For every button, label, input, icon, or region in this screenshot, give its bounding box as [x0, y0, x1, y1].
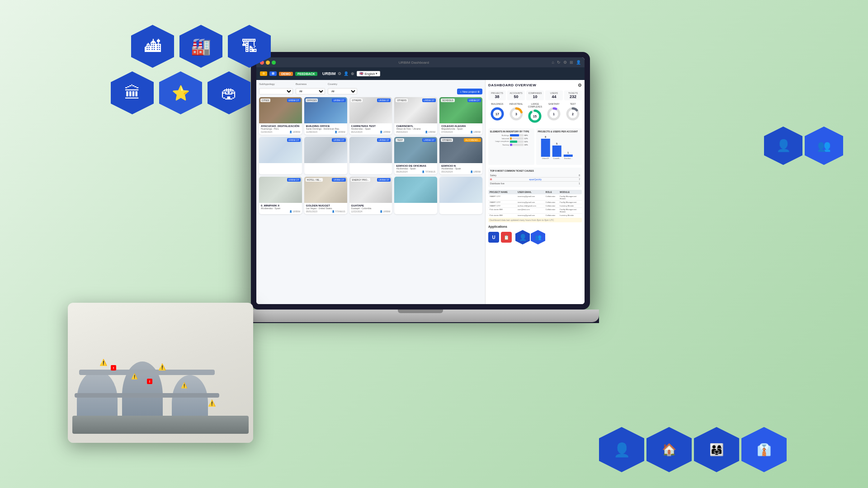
window-title: URBIM Dashboard	[278, 61, 550, 65]
project-card[interactable]: OTHERS URBIM DT CHERNOBYL Oblast de Kiev…	[394, 97, 437, 135]
hex-city-icon: 🏙	[131, 25, 174, 68]
donut-large-svg: 15	[527, 108, 542, 124]
app-hex-2[interactable]: 👥	[531, 230, 545, 244]
nav-badge-demo[interactable]: DEMO	[279, 72, 293, 76]
table-header: PROJECT NAME USER EMAIL ROLE MODULE	[488, 190, 582, 194]
laptop-base	[242, 310, 599, 322]
nav-settings-icon[interactable]: ⚙	[338, 71, 341, 76]
users-table: PROJECT NAME USER EMAIL ROLE MODULE SMAR…	[488, 190, 582, 222]
app-icon-app2[interactable]: 📋	[501, 232, 512, 243]
right-hex-col: 👤 👥	[764, 127, 843, 165]
industrial-model-container: ⚠️ ⚠️ ⚠️ ⚠️ ⚠️ ! !	[68, 303, 253, 443]
project-card[interactable]	[394, 177, 437, 214]
nav-badge-feedback[interactable]: FEEDBACK	[295, 72, 317, 76]
project-card[interactable]: URBIM DT	[304, 137, 347, 174]
project-card[interactable]: URBIM DT	[259, 137, 302, 174]
business-label: Business	[296, 83, 325, 85]
business-filter[interactable]: Business All	[296, 83, 325, 94]
svg-text:1: 1	[567, 151, 569, 154]
svg-text:Castelli...: Castelli...	[553, 157, 560, 160]
app-hex-1[interactable]: 👤	[515, 230, 530, 244]
table-row: Polo starter BIM inventory@gmail.com Col…	[488, 214, 582, 217]
country-label: Country	[328, 83, 357, 85]
laptop-container: URBIM Dashboard ⌂ ↻ ⚙ ⊞ 👤 ☆ ⊞ DEMO FEEDB…	[251, 52, 599, 323]
project-card[interactable]: SCHOOLS URBIM DT COLEGIO ALEGRA Majadaho…	[439, 97, 482, 135]
dashboard-settings-icon[interactable]: ⚙	[578, 83, 582, 88]
svg-text:3: 3	[515, 113, 517, 116]
country-filter[interactable]: Country All	[328, 83, 357, 94]
hex-stadium-icon: 🏟	[208, 71, 250, 114]
svg-rect-16	[552, 145, 561, 157]
business-select[interactable]: All	[296, 88, 325, 94]
nav-user-icon[interactable]: 👤	[344, 71, 349, 76]
window-titlebar: URBIM Dashboard ⌂ ↻ ⚙ ⊞ 👤	[256, 57, 585, 67]
stats-row: PROJECTS 38 ACCOUNTS 50 COMPANIES 10 U	[488, 90, 582, 100]
top5-causes: TOP-5 MOST COMMON TICKET CAUSES Safety8 …	[488, 168, 582, 187]
topbar-icon-settings: ⚙	[563, 60, 567, 65]
stat-tickets: TICKETS 232	[564, 90, 582, 100]
new-project-button[interactable]: + New project ⊕	[457, 89, 482, 94]
project-card[interactable]: ENERGY PRO... URBIM DT GUATAPE Guatapé -…	[349, 177, 392, 214]
cause-row-2: RepairQuickly7	[490, 178, 580, 182]
donut-test-svg: 2	[565, 106, 580, 122]
projects-panel: Subhypology Business All Co	[256, 80, 485, 304]
donut-industrial-svg: 3	[509, 106, 524, 122]
donut-buildings-svg: 17	[490, 106, 505, 122]
apps-list: U 📋 👤 👥	[488, 230, 582, 244]
donuts-row: BUILDINGS 17 INDUSTRIAL	[488, 103, 582, 126]
project-card[interactable]: HOTEL / RE... URBIM DT GOLDEN NUGGET Las…	[304, 177, 347, 214]
project-card[interactable]: URBIM DT 0_MINIPARK II Alcobendas - Spai…	[259, 177, 302, 214]
app-navbar: ☆ ⊞ DEMO FEEDBACK URBIM ⚙ 👤 ⊕ 🇬🇧 English…	[256, 67, 585, 80]
bar-buildings: Buildings 68%	[490, 134, 533, 136]
table-row: SMART CITY auribus.dd@gmail.com Collabor…	[488, 204, 582, 208]
donut-buildings: BUILDINGS 17	[488, 103, 506, 126]
topbar-icon-refresh: ↻	[557, 60, 561, 65]
project-card[interactable]	[439, 177, 482, 214]
elements-chart: ELEMENTS IN INVENTORY BY TYPE Buildings …	[488, 128, 534, 165]
accounts-chart: PROJECTS & USERS PER ACCOUNT UrbimDT Cas…	[536, 128, 582, 165]
project-card[interactable]: TEST URBIM DT EDIFICIO DE OFICINAS Alcob…	[394, 137, 437, 174]
donut-test: TEST 2	[564, 103, 582, 126]
dashboard-panel: DASHBOARD OVERVIEW ⚙ PROJECTS 38 ACCOUNT…	[485, 80, 585, 304]
project-card[interactable]: OTHERS ALCOBEND... EDIFICIO N Alcobendas…	[439, 137, 482, 174]
table-row: SMART CITY inventory@gmail.com Collabora…	[488, 195, 582, 201]
dashboard-note: Dashboard data last updated many hours f…	[488, 218, 582, 222]
filter-bar: Subhypology Business All Co	[259, 83, 482, 94]
stat-projects: PROJECTS 38	[488, 90, 506, 100]
stat-accounts: ACCOUNTS 50	[507, 90, 525, 100]
stat-users: USERS 44	[545, 90, 563, 100]
nav-share-icon[interactable]: ⊕	[351, 71, 354, 76]
card-brand-tag: URBIM DT	[287, 99, 301, 102]
svg-text:Distribut...: Distribut...	[564, 157, 572, 160]
project-card[interactable]: OFFICES URBIM DT BUILDING OFFICE Santo D…	[304, 97, 347, 135]
project-grid: CITIES URBIM DT AYACUCHO_DIGITALIZACIÓN …	[259, 97, 482, 214]
applications-section: Applications U 📋 👤 👥	[488, 225, 582, 244]
cause-row-1: Safety8	[490, 174, 580, 178]
language-selector[interactable]: 🇬🇧 English ▾	[357, 71, 380, 76]
svg-text:8: 8	[545, 136, 546, 138]
language-label: English	[364, 72, 375, 75]
stat-value: 38	[490, 94, 505, 99]
svg-text:5: 5	[556, 142, 557, 145]
laptop-notch	[398, 310, 443, 313]
hex-factory-icon: 🏭	[179, 25, 222, 68]
donut-industrial: INDUSTRIAL 3	[507, 103, 525, 126]
project-card[interactable]: URBIM DT	[349, 137, 392, 174]
topbar-icon-grid: ⊞	[570, 60, 573, 65]
accounts-bar-svg: UrbimDT Castelli... Distribut... 8 5 1	[538, 134, 580, 161]
hex-warehouse-icon: 🏗	[228, 25, 271, 68]
svg-text:15: 15	[533, 115, 537, 118]
window-maximize-btn[interactable]	[272, 61, 276, 65]
donut-sanitary-svg: 1	[546, 106, 561, 122]
bar-sanitary: Sanitary 18%	[490, 144, 533, 146]
topbar-icon-person: 👤	[576, 60, 581, 65]
app-icon-urbim[interactable]: U	[488, 232, 499, 243]
dashboard-header: DASHBOARD OVERVIEW ⚙	[488, 83, 582, 88]
donut-large: LARGE COMPLEXES 15	[526, 103, 544, 126]
country-select[interactable]: All	[328, 88, 357, 94]
charts-section: ELEMENTS IN INVENTORY BY TYPE Buildings …	[488, 128, 582, 165]
svg-rect-15	[541, 139, 550, 157]
stat-companies: COMPANIES 10	[526, 90, 544, 100]
hex-star-icon: ⭐	[159, 71, 202, 114]
project-card[interactable]: OTHERS URBIM DT CARRETERA TEST Alcobenda…	[349, 97, 392, 135]
